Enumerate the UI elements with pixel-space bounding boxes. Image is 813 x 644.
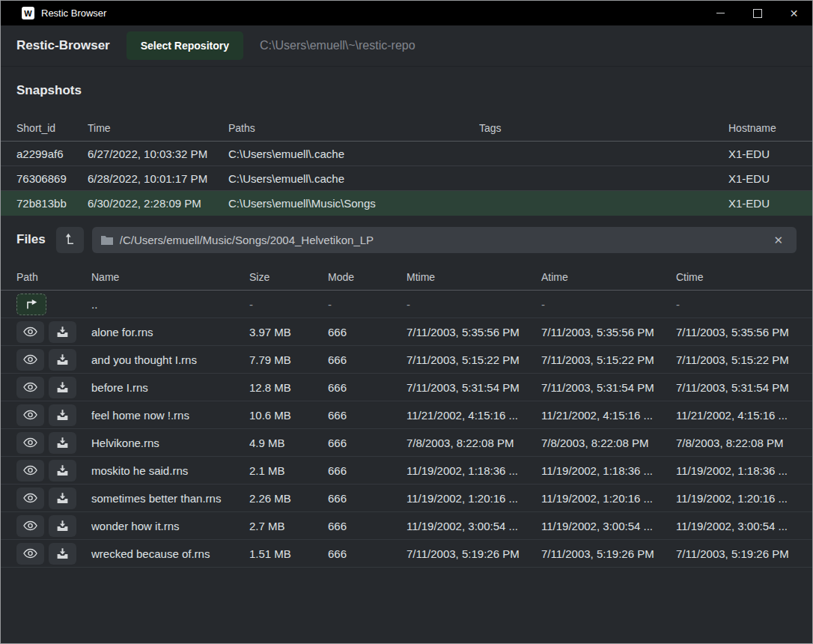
preview-file-button[interactable] [16, 377, 44, 398]
file-row: sometimes better than.rns 2.26 MB 666 11… [1, 484, 812, 512]
app-name: Restic-Browser [16, 38, 110, 53]
snapshot-time: 6/27/2022, 10:03:32 PM [88, 148, 228, 160]
parent-dir-arrow-icon [25, 300, 38, 309]
go-parent-directory-button[interactable] [16, 294, 46, 315]
file-ctime: 7/8/2003, 8:22:08 PM [676, 437, 797, 449]
file-ctime: 11/19/2002, 1:20:16 ... [676, 492, 797, 505]
download-icon [57, 465, 68, 476]
download-icon [57, 437, 68, 448]
maximize-button[interactable] [739, 1, 776, 25]
file-atime: - [541, 298, 676, 311]
file-atime: 11/19/2002, 1:20:16 ... [541, 492, 676, 505]
app-header: Restic-Browser Select Repository C:\User… [1, 25, 812, 67]
snapshots-section-header: Snapshots [1, 67, 812, 115]
file-atime: 7/11/2003, 5:19:26 PM [541, 547, 676, 560]
download-icon [57, 382, 68, 392]
file-mtime: 11/19/2002, 3:00:54 ... [406, 520, 541, 532]
download-icon [57, 326, 68, 337]
file-tree-toggle-button[interactable] [56, 227, 84, 253]
col-atime: Atime [541, 271, 676, 283]
files-toolbar: Files /C/Users/emuell/Music/Songs/2004_H… [1, 216, 812, 264]
preview-file-button[interactable] [16, 321, 44, 343]
file-mtime: 7/11/2003, 5:31:54 PM [406, 381, 541, 394]
file-size: - [249, 298, 328, 311]
select-repository-button[interactable]: Select Repository [127, 31, 243, 60]
file-mode: 666 [328, 464, 406, 477]
restore-file-button[interactable] [49, 487, 76, 509]
eye-icon [23, 520, 37, 531]
file-mode: 666 [328, 492, 406, 505]
col-mode: Mode [328, 271, 406, 283]
restore-file-button[interactable] [49, 349, 76, 371]
eye-icon [23, 548, 37, 559]
file-ctime: 11/19/2002, 3:00:54 ... [676, 520, 797, 532]
clear-icon: ✕ [773, 234, 783, 246]
file-row: alone for.rns 3.97 MB 666 7/11/2003, 5:3… [1, 318, 812, 346]
restore-file-button[interactable] [49, 515, 76, 537]
snapshot-row[interactable]: 76306869 6/28/2022, 10:01:17 PM C:\Users… [1, 166, 812, 191]
snapshot-row-selected[interactable]: 72b813bb 6/30/2022, 2:28:09 PM C:\Users\… [1, 191, 812, 216]
download-icon [57, 520, 68, 531]
file-atime: 7/8/2003, 8:22:08 PM [541, 437, 676, 449]
snapshot-time: 6/28/2022, 10:01:17 PM [88, 172, 228, 185]
file-mode: 666 [328, 409, 406, 422]
file-mtime: - [406, 298, 541, 311]
clear-path-button[interactable]: ✕ [769, 234, 788, 246]
preview-file-button[interactable] [16, 404, 44, 426]
file-row: moskito he said.rns 2.1 MB 666 11/19/200… [1, 457, 812, 484]
col-path: Path [16, 271, 91, 283]
file-name: sometimes better than.rns [91, 492, 249, 505]
current-path-input[interactable]: /C/Users/emuell/Music/Songs/2004_Helveti… [92, 227, 797, 253]
file-size: 12.8 MB [249, 381, 328, 394]
download-icon [57, 410, 68, 420]
files-table-header: Path Name Size Mode Mtime Atime Ctime [1, 264, 812, 291]
file-mode: 666 [328, 547, 406, 560]
file-atime: 7/11/2003, 5:15:22 PM [541, 353, 676, 366]
eye-icon [23, 382, 37, 392]
file-ctime: 11/21/2002, 4:15:16 ... [676, 409, 797, 422]
file-mtime: 7/11/2003, 5:19:26 PM [406, 547, 541, 560]
restore-file-button[interactable] [49, 404, 76, 426]
file-mode: 666 [328, 381, 406, 394]
file-mtime: 11/19/2002, 1:18:36 ... [406, 464, 541, 477]
col-ctime: Ctime [676, 271, 797, 283]
preview-file-button[interactable] [16, 543, 44, 565]
file-tree-icon [64, 233, 76, 246]
wails-logo-icon: W [22, 7, 34, 19]
file-ctime: 11/19/2002, 1:18:36 ... [676, 464, 797, 477]
file-name: before I.rns [91, 381, 249, 394]
app-window: W Restic Browser ✕ Restic-Browser Select… [0, 0, 813, 644]
minimize-button[interactable] [702, 1, 739, 25]
file-mode: 666 [328, 353, 406, 366]
eye-icon [23, 493, 37, 503]
preview-file-button[interactable] [16, 460, 44, 482]
preview-file-button[interactable] [16, 515, 44, 537]
minimize-icon [716, 13, 725, 13]
file-size: 2.26 MB [249, 492, 328, 505]
preview-file-button[interactable] [16, 349, 44, 371]
file-mode: 666 [328, 437, 406, 449]
snapshot-paths: C:\Users\emuell\.cache [228, 148, 479, 160]
restore-file-button[interactable] [49, 543, 76, 565]
restore-file-button[interactable] [49, 377, 76, 398]
eye-icon [23, 465, 37, 476]
download-icon [57, 493, 68, 503]
restore-file-button[interactable] [49, 321, 76, 343]
snapshot-hostname: X1-EDU [728, 197, 797, 210]
restore-file-button[interactable] [49, 460, 76, 482]
close-button[interactable]: ✕ [776, 1, 812, 25]
file-name: Helvikone.rns [91, 437, 249, 449]
restore-file-button[interactable] [49, 432, 76, 454]
file-name: wrecked because of.rns [91, 547, 249, 560]
snapshot-hostname: X1-EDU [728, 148, 797, 160]
snapshot-row[interactable]: a2299af6 6/27/2022, 10:03:32 PM C:\Users… [1, 142, 812, 166]
file-row: wonder how it.rns 2.7 MB 666 11/19/2002,… [1, 512, 812, 540]
file-atime: 11/21/2002, 4:15:16 ... [541, 409, 676, 422]
preview-file-button[interactable] [16, 432, 44, 454]
snapshots-title: Snapshots [16, 83, 82, 98]
file-row: Helvikone.rns 4.9 MB 666 7/8/2003, 8:22:… [1, 429, 812, 457]
eye-icon [23, 354, 37, 365]
eye-icon [23, 326, 37, 337]
file-name: feel home now !.rns [91, 409, 249, 422]
preview-file-button[interactable] [16, 487, 44, 509]
